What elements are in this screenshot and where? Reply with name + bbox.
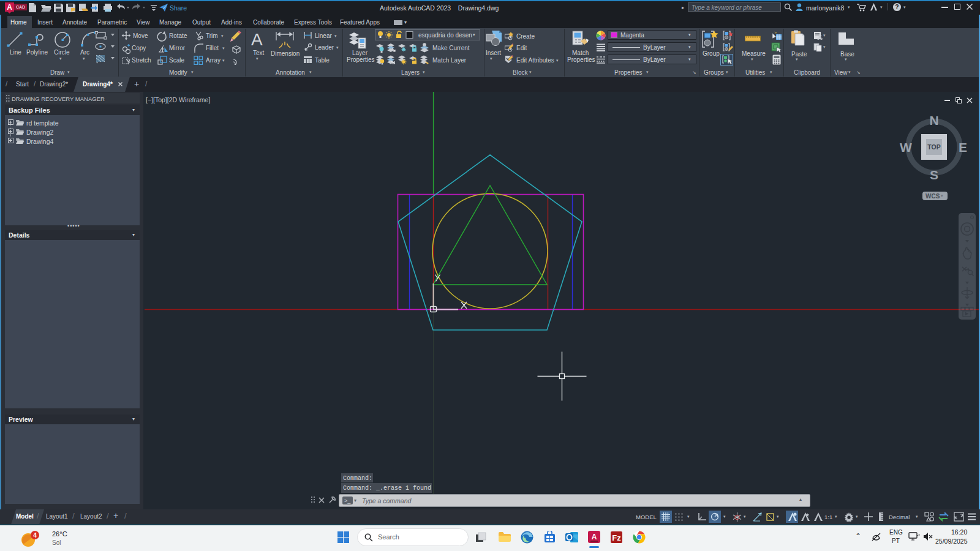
svg-text:TOP: TOP	[927, 143, 940, 151]
svg-text:?: ?	[895, 4, 899, 10]
svg-text:W: W	[900, 140, 912, 154]
svg-text:4: 4	[33, 532, 37, 539]
svg-text:A: A	[7, 3, 12, 12]
svg-text:S: S	[930, 168, 938, 181]
svg-text:A: A	[592, 533, 597, 541]
svg-text:N: N	[929, 114, 938, 127]
svg-text:E: E	[959, 140, 967, 154]
svg-text:Fz: Fz	[612, 533, 621, 542]
